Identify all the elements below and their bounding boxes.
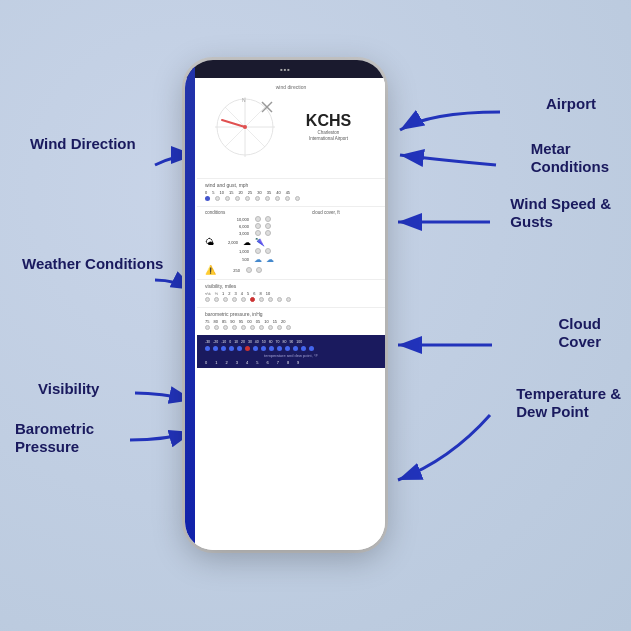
phone-mockup: ■ ■ ■ wind direction N [185, 60, 385, 550]
cloud-cover-label: CloudCover [558, 315, 601, 351]
weather-conditions-label: Weather Conditions [22, 255, 163, 273]
temp-section: -30-20-100102030405060708090100 temperat… [197, 335, 385, 368]
visibility-section: visibility, miles <¼½123456810 [197, 279, 385, 307]
visibility-label: Visibility [38, 380, 99, 398]
conditions-label: conditions [205, 210, 273, 215]
baro-section: barometric pressure, inHg 75808590950005… [197, 307, 385, 335]
cloud-cover-label-inner: cloud cover, ft [275, 210, 377, 215]
airport-label: Airport [546, 95, 596, 113]
temp-label: temperature and dew point, °F [205, 353, 377, 358]
wind-gust-section: wind and gust, mph 051015202530354045 [197, 178, 385, 206]
conditions-section: conditions cloud cover, ft 10,000 6,000 [197, 206, 385, 279]
phone-status-bar: ■ ■ ■ [185, 60, 385, 78]
wind-speed-gusts-label: Wind Speed &Gusts [510, 195, 611, 231]
visibility-title: visibility, miles [205, 283, 377, 289]
airport-code: KCHS [285, 112, 372, 130]
wind-direction-label: Wind Direction [30, 135, 136, 153]
svg-point-8 [243, 125, 247, 129]
wind-direction-section-label: wind direction [205, 84, 377, 90]
airport-name: CharlestonInternational Airport [285, 130, 372, 142]
metar-conditions-label: MetarConditions [531, 140, 609, 176]
temp-dew-label: Temperature &Dew Point [516, 385, 621, 421]
baro-title: barometric pressure, inHg [205, 311, 377, 317]
wind-gust-title: wind and gust, mph [205, 182, 377, 188]
wind-direction-section: wind direction N [197, 78, 385, 178]
svg-text:N: N [242, 97, 246, 103]
barometric-pressure-label: BarometricPressure [15, 420, 94, 456]
